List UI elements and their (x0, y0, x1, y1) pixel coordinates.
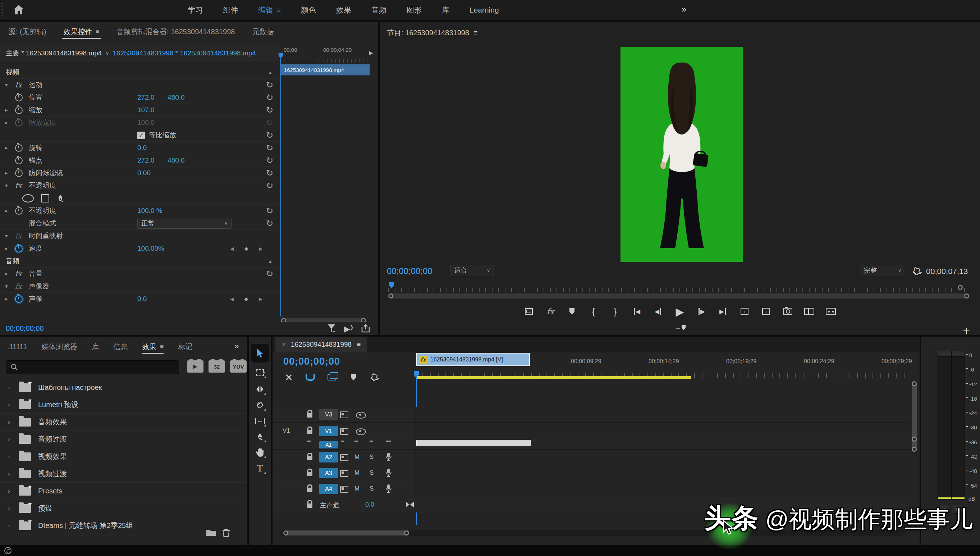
disclosure-icon[interactable]: ▸ (0, 107, 15, 113)
sequence-clip-label[interactable]: 1625309414831998 * 1625309414831998.mp4 (113, 49, 256, 57)
mute-button[interactable]: M (355, 454, 359, 461)
panel-tab[interactable]: 效果 ≡ (135, 337, 171, 357)
mute-button[interactable]: M (355, 485, 359, 492)
panel-tab[interactable]: 效果控件 ≡ (55, 22, 108, 42)
stopwatch-icon[interactable] (15, 94, 23, 102)
panel-tab[interactable]: 音频剪辑混合器: 1625309414831998 (108, 22, 243, 42)
scroll-knob[interactable] (283, 530, 289, 535)
scroll-knob[interactable] (964, 293, 969, 299)
scroll-knob[interactable] (912, 381, 917, 386)
export-icon[interactable] (361, 324, 370, 335)
track-badge[interactable]: A2 (319, 452, 338, 462)
disclosure-icon[interactable]: › (0, 436, 19, 443)
disclosure-icon[interactable]: ▾ (0, 233, 15, 239)
sync-lock-icon[interactable] (340, 428, 348, 435)
blend-mode-select[interactable]: 正常 ∨ (137, 218, 232, 229)
pen-mask-icon[interactable] (56, 194, 64, 202)
panel-tab[interactable]: 源: (无剪辑) (0, 22, 55, 42)
stopwatch-icon[interactable] (15, 107, 23, 114)
nest-toggle-icon[interactable] (283, 372, 294, 383)
expand-icon[interactable]: ▶ (369, 50, 373, 56)
reset-icon[interactable]: ↺ (266, 181, 273, 191)
solo-button[interactable]: S (369, 485, 374, 492)
next-marker-icon[interactable]: → (674, 324, 685, 331)
new-bin-icon[interactable] (206, 528, 216, 538)
disclosure-icon[interactable]: ▸ (0, 270, 15, 277)
effect-controls-timecode[interactable]: 00;00;00;00 (6, 324, 44, 333)
track-lock-icon[interactable] (307, 488, 313, 492)
effects-bin-row[interactable]: › 视频过渡 (0, 465, 247, 483)
panel-menu-icon[interactable]: ≡ (160, 343, 164, 350)
workspace-tab[interactable]: Learning (469, 6, 499, 15)
disclosure-icon[interactable]: ▸ (0, 120, 15, 126)
linked-selection-icon[interactable] (326, 372, 337, 383)
stopwatch-icon[interactable] (15, 295, 23, 303)
stopwatch-icon[interactable] (15, 144, 23, 152)
button-editor-icon[interactable] (825, 306, 837, 317)
reset-icon[interactable]: ↺ (266, 118, 273, 128)
effects-bin-row[interactable]: › 视频效果 (0, 448, 247, 465)
playback-resolution-select[interactable]: 完整 ∨ (860, 265, 905, 276)
audio-clip[interactable] (416, 440, 530, 446)
panel-tab[interactable]: 库 (84, 337, 106, 357)
voiceover-mic-icon[interactable] (385, 468, 392, 479)
effects-bin-row[interactable]: › ★ 预设 (0, 500, 247, 517)
track-badge[interactable]: A4 (319, 484, 338, 494)
disclosure-icon[interactable]: ▸ (0, 145, 15, 151)
add-keyframe-icon[interactable]: ◆ (245, 296, 248, 302)
ruler-zoom-knob[interactable] (958, 285, 963, 290)
track-content[interactable] (414, 449, 911, 465)
audio-track-row[interactable]: A3 M S (272, 465, 911, 481)
track-lock-icon[interactable] (307, 413, 313, 417)
workspace-tab[interactable]: 音频 (371, 5, 387, 15)
mark-in-icon[interactable]: { (588, 306, 599, 317)
voiceover-mic-icon[interactable] (385, 484, 392, 495)
mark-out-icon[interactable]: } (609, 306, 621, 317)
menu-icon[interactable]: ≡ (277, 6, 281, 14)
ripple-edit-tool[interactable] (253, 383, 266, 396)
timeline-timecode[interactable]: 00;00;00;00 (283, 356, 340, 367)
disclosure-icon[interactable]: › (0, 419, 19, 426)
scroll-knob[interactable] (404, 530, 409, 535)
sequence-tab[interactable]: × 1625309414831998 ≡ (276, 337, 367, 352)
stopwatch-icon[interactable] (15, 157, 23, 164)
delete-icon[interactable] (222, 528, 230, 539)
overflow-icon[interactable]: » (682, 4, 685, 15)
track-content[interactable] (414, 481, 911, 497)
audio-track-row[interactable]: A4 M S (272, 481, 911, 497)
workspace-tab[interactable]: 效果 (336, 5, 351, 15)
step-forward-icon[interactable]: ▶ (696, 306, 707, 317)
video-clip[interactable]: fx 1625309414831998.mp4 [V] (416, 353, 530, 366)
reset-icon[interactable]: ↺ (266, 206, 273, 216)
rect-mask-icon[interactable] (41, 194, 49, 202)
slip-tool[interactable]: ↔ (253, 414, 266, 427)
panel-tab[interactable]: 媒体浏览器 (34, 337, 84, 357)
play-button[interactable]: ▶ (674, 306, 685, 317)
selection-tool[interactable] (253, 347, 266, 360)
program-video-frame[interactable] (621, 47, 743, 262)
effects-filter-badge[interactable]: YUV (230, 360, 247, 373)
property-value[interactable]: 107.0 (137, 106, 155, 114)
scroll-up-icon[interactable]: ▲ (268, 259, 272, 264)
panel-menu-icon[interactable]: ≡ (96, 28, 99, 35)
effect-mini-ruler[interactable]: 00;00 00;00;04;29 (280, 44, 368, 63)
track-badge[interactable]: V3 (319, 409, 338, 420)
audio-track-row-a1[interactable]: A1 (272, 439, 911, 449)
go-to-out-icon[interactable]: ▶ (717, 306, 729, 317)
effects-search-input[interactable] (21, 362, 174, 373)
zoom-level-select[interactable]: 适合 ∨ (450, 265, 494, 276)
effects-bin-row[interactable]: › 音频效果 (0, 414, 247, 431)
effects-filter-badge[interactable]: 32 (208, 360, 225, 373)
scroll-knob[interactable] (912, 447, 917, 452)
audio-track-row[interactable]: A2 M S (272, 449, 911, 465)
hand-tool[interactable] (253, 446, 266, 459)
filter-properties-icon[interactable] (327, 324, 336, 335)
property-value[interactable]: 0.0 (137, 144, 147, 152)
video-track-row-v1[interactable]: V1 V1 (272, 423, 911, 439)
panel-tab[interactable]: 标记 (171, 337, 200, 357)
solo-button[interactable]: S (369, 454, 374, 461)
chevron-down-icon[interactable]: ∨ (105, 50, 109, 56)
track-lock-icon[interactable] (307, 472, 313, 476)
step-back-icon[interactable]: ◀ (653, 306, 664, 317)
overflow-icon[interactable]: » (234, 342, 238, 351)
